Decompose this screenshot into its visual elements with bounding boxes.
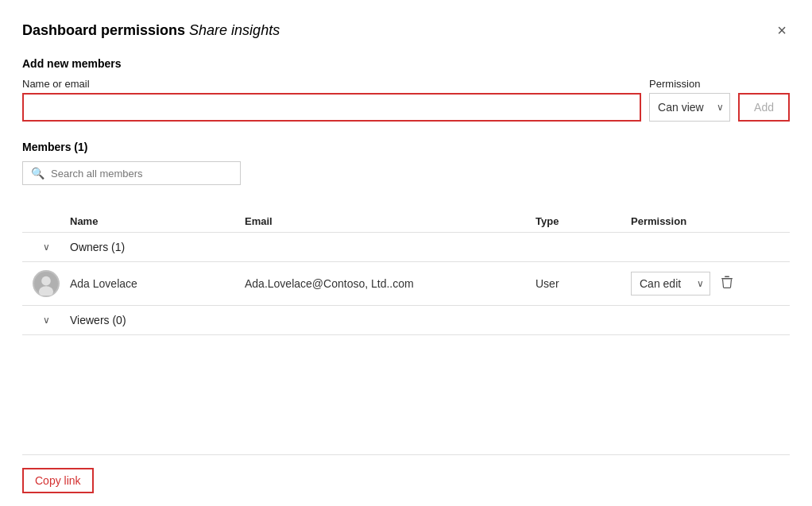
avatar-cell (22, 270, 70, 297)
svg-rect-3 (721, 278, 733, 280)
modal-header: Dashboard permissions Share insights × (22, 19, 790, 41)
svg-point-1 (41, 276, 51, 286)
member-name: Ada Lovelace (70, 277, 245, 290)
group-label-owners: Owners (1) (70, 241, 790, 253)
group-row-owners: ∨ Owners (1) (22, 233, 790, 262)
permission-select[interactable]: Can view Can edit (649, 93, 730, 122)
permission-label: Permission (649, 78, 730, 90)
delete-member-button[interactable] (717, 272, 737, 295)
search-input[interactable] (51, 168, 232, 180)
name-email-input[interactable] (22, 93, 641, 122)
members-table: Name Email Type Permission ∨ Owners (1) (22, 211, 790, 454)
group-label-viewers: Viewers (0) (70, 314, 790, 326)
avatar (33, 270, 60, 297)
permission-field-group: Permission Can view Can edit ∨ (649, 78, 730, 122)
col-type: Type (536, 215, 631, 227)
members-count-label: Members (1) (22, 141, 790, 153)
member-type: User (536, 277, 631, 290)
add-button[interactable]: Add (738, 93, 790, 122)
add-member-row: Name or email Permission Can view Can ed… (22, 78, 790, 122)
add-members-section: Add new members Name or email Permission… (22, 57, 790, 141)
members-section: Members (1) 🔍 (22, 141, 790, 185)
member-email: Ada.Lovelace@Contoso, Ltd..com (245, 277, 536, 290)
modal-title: Dashboard permissions Share insights (22, 22, 280, 39)
can-edit-select-wrapper: Can view Can edit ∨ (631, 272, 710, 295)
search-icon: 🔍 (31, 167, 44, 180)
add-members-label: Add new members (22, 57, 790, 70)
permission-select-wrapper: Can view Can edit ∨ (649, 93, 730, 122)
search-box[interactable]: 🔍 (22, 161, 241, 185)
col-name: Name (70, 215, 245, 227)
group-row-viewers: ∨ Viewers (0) (22, 306, 790, 335)
col-permission: Permission (631, 215, 790, 227)
chevron-down-icon[interactable]: ∨ (43, 315, 50, 326)
svg-rect-4 (725, 276, 729, 278)
chevron-down-icon[interactable]: ∨ (43, 241, 50, 253)
table-header: Name Email Type Permission (22, 211, 790, 233)
modal-dialog: Dashboard permissions Share insights × A… (0, 0, 812, 506)
copy-link-button[interactable]: Copy link (22, 468, 94, 493)
close-button[interactable]: × (774, 19, 790, 41)
modal-footer: Copy link (22, 454, 790, 506)
col-spacer (22, 215, 70, 227)
name-email-label: Name or email (22, 78, 641, 90)
member-permission-select[interactable]: Can view Can edit (631, 272, 710, 295)
table-row: Ada Lovelace Ada.Lovelace@Contoso, Ltd..… (22, 262, 790, 306)
member-permission-cell: Can view Can edit ∨ (631, 272, 790, 295)
name-email-field-group: Name or email (22, 78, 641, 122)
col-email: Email (245, 215, 536, 227)
